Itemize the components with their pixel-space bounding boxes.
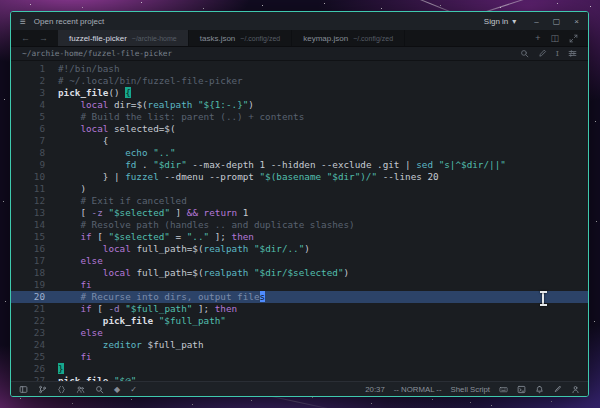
notification-bell-icon (535, 385, 544, 394)
code-lines: 1#!/bin/bash2# ~/.local/bin/fuzzel-file-… (11, 63, 588, 381)
matched-brace: { (125, 87, 131, 98)
line-number: 3 (11, 87, 45, 99)
breadcrumb[interactable]: ~/archie-home/fuzzel-file-picker (22, 49, 172, 58)
code-line-current[interactable]: 20 # Recurse into dirs, output files (11, 291, 588, 303)
code-text: fi (45, 279, 92, 291)
collab-panel-button[interactable] (76, 385, 85, 394)
editor-controls-icon[interactable] (568, 49, 577, 58)
profile-button[interactable] (571, 385, 580, 394)
maximize-button[interactable]: ▢ (553, 17, 561, 26)
editor-quick-actions: I (520, 49, 577, 58)
tab-fuzzel-file-picker[interactable]: fuzzel-file-picker ~/archie-home (58, 30, 189, 46)
tab-path: ~/.config/zed (240, 35, 280, 42)
sign-in-button[interactable]: Sign in ▾ (484, 17, 516, 26)
clock-text: 20:37 (365, 385, 385, 394)
code-line[interactable]: 3pick_file() { (11, 87, 588, 99)
line-number: 14 (11, 219, 45, 231)
terminal-panel-button[interactable] (517, 385, 526, 394)
line-number: 12 (11, 195, 45, 207)
tab-path: ~/.config/zed (353, 35, 393, 42)
code-line[interactable]: 15 if [ "$selected" = ".." ]; then (11, 231, 588, 243)
vim-mode-indicator: -- NORMAL -- (394, 385, 442, 394)
edit-prediction-button[interactable] (499, 385, 508, 394)
project-panel-button[interactable] (19, 385, 28, 394)
person-icon (571, 385, 580, 394)
line-number: 24 (11, 339, 45, 351)
line-number: 17 (11, 255, 45, 267)
code-line[interactable]: 18 local full_path=$(realpath "$dir/$sel… (11, 267, 588, 279)
git-panel-button[interactable] (38, 385, 47, 394)
code-line[interactable]: 5 # Build the list: parent (..) + conten… (11, 111, 588, 123)
code-text: # Build the list: parent (..) + contents (45, 111, 304, 123)
diagnostics-button[interactable]: ✓ (130, 385, 137, 394)
line-number: 20 (11, 291, 45, 303)
tab-bar: ← → fuzzel-file-picker ~/archie-home tas… (11, 30, 588, 47)
line-number: 22 (11, 315, 45, 327)
extensions-button[interactable]: ◆ (114, 385, 120, 394)
code-line[interactable]: 6 local selected=$( (11, 123, 588, 135)
code-line[interactable]: 12 # Exit if cancelled (11, 195, 588, 207)
line-number: 23 (11, 327, 45, 339)
inline-assist-icon[interactable] (538, 49, 547, 58)
code-line[interactable]: 21 if [ -d "$full_path" ]; then (11, 303, 588, 315)
language-selector[interactable]: Shell Script (451, 385, 490, 394)
code-line[interactable]: 2# ~/.local/bin/fuzzel-file-picker (11, 75, 588, 87)
code-editor[interactable]: 1#!/bin/bash2# ~/.local/bin/fuzzel-file-… (11, 61, 588, 381)
code-text: else (45, 255, 103, 267)
code-line[interactable]: 7 { (11, 135, 588, 147)
code-line[interactable]: 1#!/bin/bash (11, 63, 588, 75)
code-text: local full_path=$(realpath "$dir/..") (45, 243, 310, 255)
close-button[interactable]: × (574, 17, 579, 26)
notifications-button[interactable] (535, 385, 544, 394)
code-text: # Resolve path (handles .. and duplicate… (45, 219, 355, 231)
code-text: # Exit if cancelled (45, 195, 187, 207)
inline-tools-button[interactable] (553, 385, 562, 394)
window-title[interactable]: Open recent project (34, 17, 104, 26)
buffer-search-icon[interactable] (520, 49, 529, 58)
wallpaper-stars (0, 0, 1, 1)
code-line[interactable]: 11 ) (11, 183, 588, 195)
code-line[interactable]: 19 fi (11, 279, 588, 291)
code-line[interactable]: 10 } | fuzzel --dmenu --prompt "$(basena… (11, 171, 588, 183)
tab-tasks-json[interactable]: tasks.json ~/.config/zed (189, 30, 292, 46)
code-line[interactable]: 16 local full_path=$(realpath "$dir/..") (11, 243, 588, 255)
code-line[interactable]: 26} (11, 363, 588, 375)
project-search-button[interactable] (95, 385, 104, 394)
outline-panel-button[interactable] (57, 385, 66, 394)
code-line[interactable]: 8 echo ".." (11, 147, 588, 159)
code-line[interactable]: 25 fi (11, 351, 588, 363)
code-line[interactable]: 9 fd . "$dir" --max-depth 1 --hidden --e… (11, 159, 588, 171)
new-tab-icon[interactable]: + (535, 33, 540, 43)
code-line[interactable]: 27pick_file "$@" (11, 375, 588, 381)
tab-keymap-json[interactable]: keymap.json ~/.config/zed (292, 30, 405, 46)
selection-mode-icon[interactable]: I (556, 49, 559, 58)
titlebar: ≡ Open recent project Sign in ▾ – ▢ × (11, 12, 588, 30)
split-pane-icon[interactable]: ◫ (550, 33, 559, 43)
minimize-button[interactable]: – (534, 17, 538, 26)
code-line[interactable]: 24 zeditor $full_path (11, 339, 588, 351)
code-text: # ~/.local/bin/fuzzel-file-picker (45, 75, 243, 87)
code-text: fd . "$dir" --max-depth 1 --hidden --exc… (45, 159, 506, 171)
code-line[interactable]: 14 # Resolve path (handles .. and duplic… (11, 219, 588, 231)
code-line[interactable]: 13 [ -z "$selected" ] && return 1 (11, 207, 588, 219)
project-search-icon (95, 385, 104, 394)
expand-pane-icon[interactable] (569, 34, 578, 43)
line-number: 9 (11, 159, 45, 171)
tabbar-actions: + ◫ (525, 30, 588, 46)
forward-icon[interactable]: → (39, 33, 48, 43)
pencil-diagonal-icon (553, 385, 562, 394)
code-line[interactable]: 23 else (11, 327, 588, 339)
code-text: else (45, 327, 103, 339)
tab-label: keymap.json (303, 34, 348, 43)
line-number: 10 (11, 171, 45, 183)
back-icon[interactable]: ← (21, 33, 30, 43)
line-number: 2 (11, 75, 45, 87)
code-text: [ -z "$selected" ] && return 1 (45, 207, 248, 219)
code-text: { (45, 135, 108, 147)
matched-brace: } (58, 363, 64, 374)
code-line[interactable]: 4 local dir=$(realpath "${1:-.}") (11, 99, 588, 111)
code-line[interactable]: 17 else (11, 255, 588, 267)
code-line[interactable]: 22 pick_file "$full_path" (11, 315, 588, 327)
app-menu-icon[interactable]: ≡ (20, 16, 26, 27)
mouse-cursor-ibeam (542, 292, 544, 305)
